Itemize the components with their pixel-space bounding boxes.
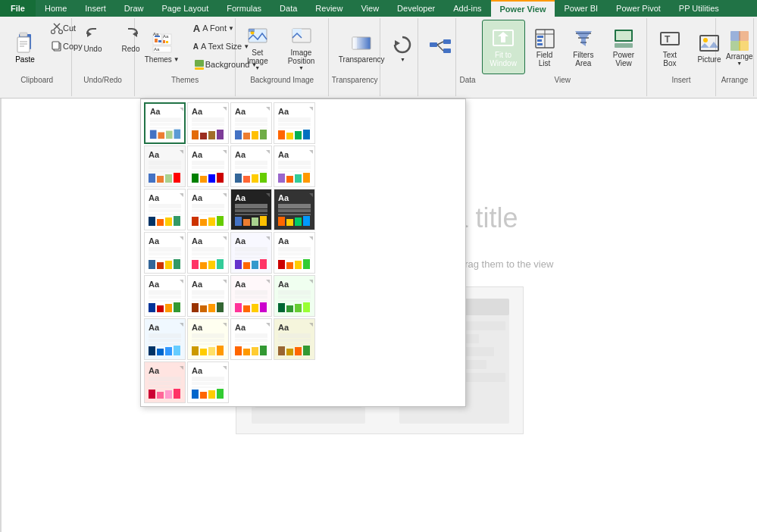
font-arrow: ▼ (228, 25, 234, 32)
svg-rect-23 (166, 41, 168, 43)
field-list-button[interactable]: Field List (527, 20, 563, 74)
theme-item-24[interactable]: Aa (274, 318, 315, 360)
svg-rect-181 (286, 219, 293, 226)
theme-item-19[interactable]: Aa (230, 275, 272, 317)
theme-item-16[interactable]: Aa (274, 232, 315, 274)
svg-rect-99 (278, 127, 311, 129)
theme-item-15[interactable]: Aa (230, 232, 272, 274)
svg-line-40 (437, 45, 443, 51)
theme-item-1[interactable]: Aa (144, 102, 186, 144)
tab-home[interactable]: Home (36, 0, 76, 17)
svg-text:Aa: Aa (235, 107, 246, 116)
cut-icon (51, 22, 63, 34)
theme-item-18[interactable]: Aa (187, 275, 229, 317)
theme-item-20[interactable]: Aa (274, 275, 315, 317)
set-image-button[interactable]: Set Image ▼ (239, 20, 276, 74)
power-view-btn[interactable]: Power View (604, 20, 643, 74)
svg-rect-259 (278, 300, 311, 302)
theme-item-5[interactable]: Aa (144, 146, 186, 187)
theme-item-12[interactable]: Aa (274, 189, 315, 230)
svg-rect-310 (149, 390, 155, 399)
theme-item-6[interactable]: Aa (187, 146, 229, 187)
background-icon (193, 58, 205, 70)
theme-item-9[interactable]: Aa (144, 189, 186, 230)
svg-rect-49 (537, 43, 543, 45)
svg-point-60 (703, 38, 708, 42)
image-position-button[interactable]: Image Position ▼ (277, 20, 325, 74)
relationships-button[interactable] (421, 20, 459, 74)
svg-rect-257 (278, 290, 311, 295)
theme-item-25[interactable]: Aa (144, 361, 186, 403)
svg-text:Aa: Aa (153, 32, 159, 36)
theme-item-21[interactable]: Aa (144, 318, 186, 360)
relationships-content (421, 20, 459, 84)
svg-rect-267 (149, 333, 181, 338)
power-view-label: Power View (611, 51, 637, 67)
theme-item-4[interactable]: Aa (274, 102, 315, 144)
theme-item-26[interactable]: Aa (187, 361, 229, 403)
svg-rect-198 (192, 252, 224, 255)
svg-rect-64 (739, 41, 749, 51)
tab-power-pivot[interactable]: Power Pivot (607, 0, 670, 17)
field-list-label: Field List (533, 51, 556, 67)
filters-area-button[interactable]: Filters Area (565, 20, 603, 74)
svg-rect-80 (192, 130, 199, 139)
theme-item-17[interactable]: Aa (144, 275, 186, 317)
svg-rect-281 (200, 349, 207, 355)
tab-draw[interactable]: Draw (115, 0, 153, 17)
tab-page-layout[interactable]: Page Layout (152, 0, 217, 17)
refresh-button[interactable]: ▼ (383, 20, 421, 74)
fit-to-window-button[interactable]: Fit to Window (482, 20, 525, 74)
view-group: Fit to Window Field List (479, 18, 647, 96)
theme-item-14[interactable]: Aa (187, 232, 229, 274)
tab-review[interactable]: Review (306, 0, 352, 17)
tab-file[interactable]: File (0, 0, 36, 17)
theme-item-23[interactable]: Aa (230, 318, 272, 360)
svg-rect-322 (208, 390, 215, 399)
svg-rect-38 (443, 49, 451, 53)
themes-button[interactable]: Aa Aa Aa Themes ▼ (138, 20, 186, 74)
tab-view[interactable]: View (352, 0, 388, 17)
svg-rect-111 (157, 176, 164, 183)
text-box-button[interactable]: T Text Box (650, 20, 690, 74)
svg-rect-283 (217, 346, 224, 355)
svg-rect-207 (235, 247, 267, 252)
svg-text:Aa: Aa (235, 236, 246, 246)
svg-text:Aa: Aa (149, 366, 160, 375)
paste-button[interactable]: Paste (6, 20, 44, 74)
svg-rect-153 (174, 216, 180, 226)
svg-rect-290 (235, 346, 242, 355)
tab-data[interactable]: Data (271, 0, 306, 17)
svg-text:Aa: Aa (163, 34, 169, 39)
theme-item-11[interactable]: Aa (230, 189, 272, 230)
tab-formulas[interactable]: Formulas (217, 0, 271, 17)
svg-rect-36 (430, 42, 437, 47)
theme-item-8[interactable]: Aa (274, 146, 315, 187)
svg-rect-97 (278, 117, 311, 122)
tab-power-view[interactable]: Power View (491, 0, 555, 17)
tab-pp-utilities[interactable]: PP Utilities (670, 0, 728, 17)
theme-item-13[interactable]: Aa (144, 232, 186, 274)
filters-area-icon (571, 27, 596, 51)
svg-rect-43 (501, 36, 505, 42)
arrange-button[interactable]: Arrange ▼ (719, 20, 757, 74)
refresh-arrow: ▼ (400, 57, 405, 62)
refresh-icon (390, 33, 414, 57)
tab-add-ins[interactable]: Add-ins (444, 0, 490, 17)
tab-insert[interactable]: Insert (76, 0, 115, 17)
svg-rect-182 (295, 217, 302, 226)
svg-rect-128 (235, 166, 267, 169)
tab-power-bi[interactable]: Power BI (555, 0, 607, 17)
theme-item-7[interactable]: Aa (230, 146, 272, 187)
svg-rect-222 (295, 261, 302, 269)
theme-item-3[interactable]: Aa (230, 102, 272, 144)
svg-text:Aa: Aa (278, 193, 289, 202)
svg-rect-258 (278, 296, 311, 299)
theme-item-2[interactable]: Aa (187, 102, 229, 144)
svg-rect-189 (149, 257, 181, 258)
tab-developer[interactable]: Developer (388, 0, 444, 17)
theme-item-22[interactable]: Aa (187, 318, 229, 360)
undo-button[interactable]: Undo (75, 20, 111, 57)
svg-text:Aa: Aa (278, 280, 289, 289)
theme-item-10[interactable]: Aa (187, 189, 229, 230)
